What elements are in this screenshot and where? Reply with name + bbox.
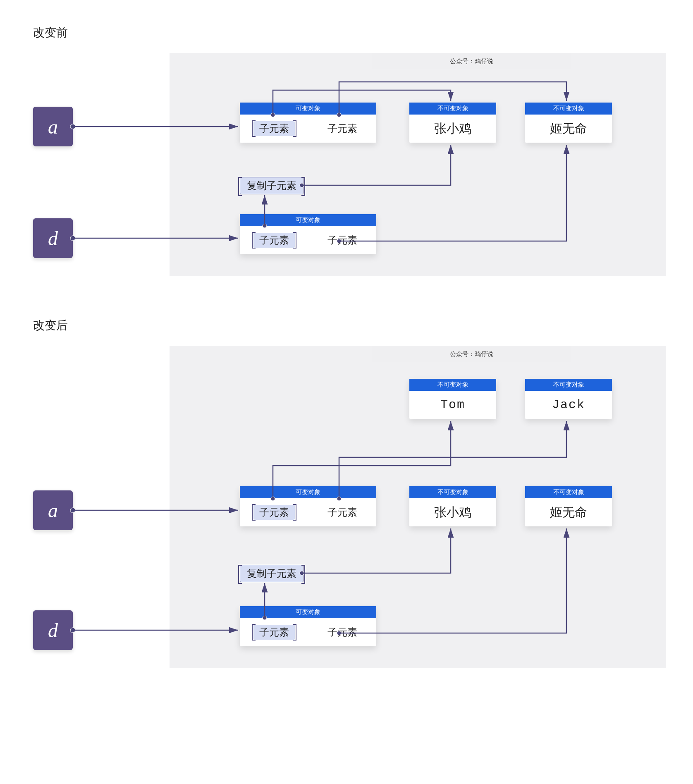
child-chip-2: 子元素 [322, 121, 363, 136]
card-header: 可变对象 [240, 214, 376, 226]
var-a-box: a [33, 107, 73, 146]
card-header: 可变对象 [240, 486, 376, 498]
mutable-card-d: 可变对象 子元素 子元素 [240, 214, 376, 254]
child-chip-2: 子元素 [322, 505, 363, 520]
card-header: 不可变对象 [525, 486, 612, 498]
immutable-card-jack: 不可变对象 Jack [525, 379, 612, 419]
mutable-card-d: 可变对象 子元素 子元素 [240, 606, 376, 646]
copy-child-text: 复制子元素 [247, 567, 296, 580]
card-header: 不可变对象 [409, 486, 496, 498]
child-chip-d2: 子元素 [322, 233, 363, 248]
var-d-box: d [33, 610, 73, 650]
var-d-label: d [48, 227, 58, 250]
child-chip-d2: 子元素 [322, 625, 363, 640]
card-header: 不可变对象 [525, 379, 612, 391]
immutable-card-name1: 不可变对象 张小鸡 [409, 103, 496, 143]
var-d-label: d [48, 619, 58, 642]
section-after-title: 改变后 [33, 318, 660, 333]
mutable-card-a: 可变对象 子元素 子元素 [240, 486, 376, 526]
child-chip-1: 子元素 [253, 121, 295, 136]
card-header: 可变对象 [240, 103, 376, 115]
card-value: Jack [552, 398, 585, 412]
mutable-card-a: 可变对象 子元素 子元素 [240, 103, 376, 143]
watermark-text: 公众号：鸡仔说 [450, 350, 493, 358]
copy-child-text: 复制子元素 [247, 179, 296, 192]
watermark-strip: 公众号：鸡仔说 [372, 346, 571, 362]
child-chip-d1: 子元素 [253, 233, 295, 248]
card-value: 张小鸡 [434, 504, 471, 521]
immutable-card-name2: 不可变对象 姬无命 [525, 486, 612, 526]
var-a-label: a [48, 499, 58, 522]
watermark-text: 公众号：鸡仔说 [450, 57, 493, 65]
var-d-box: d [33, 218, 73, 258]
card-value: 姬无命 [550, 120, 587, 137]
watermark-strip: 公众号：鸡仔说 [372, 53, 571, 69]
copy-child-chip: 复制子元素 [240, 177, 303, 194]
immutable-card-name1: 不可变对象 张小鸡 [409, 486, 496, 526]
card-value: Tom [440, 398, 465, 412]
copy-child-chip: 复制子元素 [240, 565, 303, 582]
var-a-label: a [48, 115, 58, 138]
card-header: 不可变对象 [525, 103, 612, 115]
card-header: 可变对象 [240, 606, 376, 618]
diagram-after: 公众号：鸡仔说 不可变对象 Tom 不可变对象 Jack a d 可变对象 子元… [33, 346, 660, 676]
card-value: 姬无命 [550, 504, 587, 521]
card-header: 不可变对象 [409, 379, 496, 391]
card-value: 张小鸡 [434, 120, 471, 137]
section-before-title: 改变前 [33, 25, 660, 41]
diagram-before: 公众号：鸡仔说 a d 可变对象 子元素 子元素 不可变对象 张小鸡 不可变对象… [33, 53, 660, 284]
var-a-box: a [33, 490, 73, 530]
immutable-card-name2: 不可变对象 姬无命 [525, 103, 612, 143]
immutable-card-tom: 不可变对象 Tom [409, 379, 496, 419]
child-chip-d1: 子元素 [253, 625, 295, 640]
child-chip-1: 子元素 [253, 505, 295, 520]
card-header: 不可变对象 [409, 103, 496, 115]
